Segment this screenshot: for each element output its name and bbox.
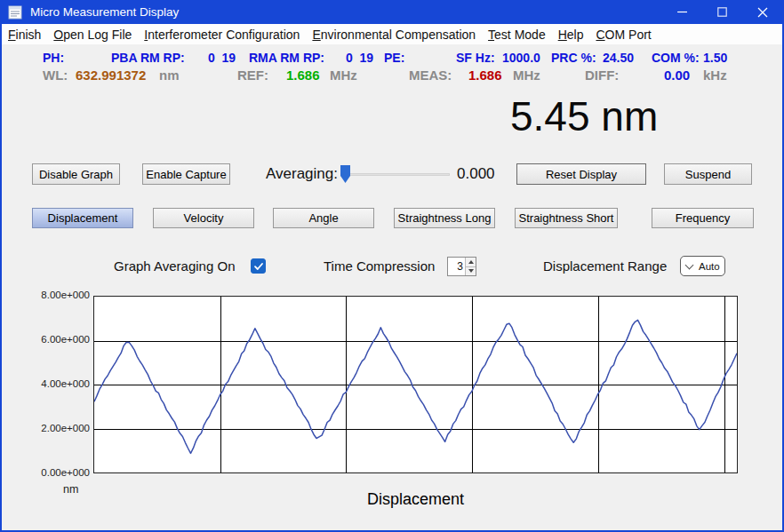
ytick-4: 4.00e+000 [25, 378, 90, 390]
maximize-button[interactable] [702, 0, 742, 24]
pe-label: PE: [384, 51, 404, 65]
y-axis-unit-label: nm [63, 483, 78, 496]
graph-averaging-checkbox[interactable] [251, 258, 266, 274]
prc-label: PRC %: [551, 51, 596, 65]
displacement-range-dropdown[interactable]: Auto [680, 256, 725, 276]
displacement-chart [93, 296, 738, 473]
wl-label: WL: [43, 67, 68, 83]
checkmark-icon [253, 261, 264, 272]
disable-graph-button[interactable]: Disable Graph [32, 163, 120, 185]
time-compression-spinner[interactable]: 3 [447, 257, 476, 276]
meas-unit: MHz [513, 67, 540, 83]
meas-label: MEAS: [409, 67, 452, 83]
rma-rm-rp-value: 0 19 [346, 51, 373, 65]
chevron-down-icon [468, 269, 474, 273]
ytick-8: 8.00e+000 [25, 290, 90, 301]
ytick-0: 0.00e+000 [25, 467, 90, 479]
displacement-range-label: Displacement Range [543, 258, 667, 274]
tab-straightness-long[interactable]: Straightness Long [394, 208, 495, 228]
tab-angle[interactable]: Angle [273, 208, 374, 228]
ref-label: REF: [237, 67, 268, 83]
document-icon [8, 5, 22, 20]
close-icon [757, 7, 768, 18]
pba-rm-rp-value: 0 19 [208, 51, 236, 65]
menu-item-help[interactable]: Help [552, 24, 590, 44]
menu-item-interferometer-configuration[interactable]: Interferometer Configuration [138, 24, 306, 44]
minimize-button[interactable] [662, 0, 702, 24]
window-title: Micro Measurement Display [30, 5, 179, 19]
slider-track[interactable] [342, 173, 450, 176]
menu-item-finish[interactable]: Finish [2, 24, 47, 44]
measurement-readout: 5.45 nm [510, 92, 658, 140]
averaging-label: Averaging: [266, 165, 338, 183]
spin-up-button[interactable] [466, 258, 476, 266]
chevron-up-icon [468, 260, 474, 264]
rma-rm-rp-label: RMA RM RP: [249, 51, 324, 65]
chevron-down-icon [685, 260, 694, 269]
minimize-icon [677, 7, 687, 17]
tab-displacement[interactable]: Displacement [32, 208, 133, 228]
time-compression-label: Time Compression [324, 258, 435, 274]
diff-value: 0.00 [664, 67, 690, 83]
menu-item-test-mode[interactable]: Test Mode [482, 24, 552, 44]
averaging-slider[interactable] [340, 164, 452, 184]
maximize-icon [717, 7, 727, 17]
ytick-2: 2.00e+000 [25, 423, 90, 434]
waveform-plot [94, 297, 737, 472]
diff-label: DIFF: [585, 67, 619, 83]
ref-unit: MHz [330, 67, 357, 83]
ref-value: 1.686 [286, 67, 320, 83]
slider-thumb[interactable] [340, 165, 350, 183]
prc-value: 24.50 [603, 51, 634, 65]
menu-item-com-port[interactable]: COM Port [589, 24, 657, 44]
spin-down-button[interactable] [466, 266, 476, 276]
tab-straightness-short[interactable]: Straightness Short [515, 208, 618, 228]
com-value: 1.50 [703, 51, 727, 65]
status-panel: PH: PBA RM RP: 0 19 RMA RM RP: 0 19 PE: … [0, 44, 784, 93]
time-compression-value[interactable]: 3 [448, 258, 465, 275]
displacement-range-value: Auto [699, 261, 720, 272]
suspend-button[interactable]: Suspend [664, 163, 752, 185]
wl-unit: nm [159, 67, 180, 83]
ytick-6: 6.00e+000 [25, 334, 90, 345]
menu-bar: Finish Open Log File Interferometer Conf… [0, 24, 784, 44]
close-button[interactable] [742, 0, 782, 24]
reset-display-button[interactable]: Reset Display [516, 163, 646, 185]
tab-frequency[interactable]: Frequency [652, 208, 754, 228]
tab-velocity[interactable]: Velocity [153, 208, 254, 228]
sf-hz-value: 1000.0 [502, 51, 540, 65]
menu-item-environmental-compensation[interactable]: Environmental Compensation [306, 24, 482, 44]
graph-averaging-label: Graph Averaging On [114, 258, 235, 274]
wl-value: 632.991372 [76, 67, 146, 83]
meas-value: 1.686 [468, 67, 502, 83]
pba-rm-rp-label: PBA RM RP: [111, 51, 185, 65]
app-window: Micro Measurement Display Finish Open Lo… [0, 0, 784, 532]
title-bar[interactable]: Micro Measurement Display [0, 0, 784, 24]
diff-unit: kHz [703, 67, 727, 83]
ph-label: PH: [43, 51, 64, 65]
chart-title: Displacement [93, 490, 738, 509]
menu-item-open-log-file[interactable]: Open Log File [47, 24, 138, 44]
averaging-value: 0.000 [457, 165, 495, 183]
com-label: COM %: [652, 51, 700, 65]
enable-capture-button[interactable]: Enable Capture [142, 163, 230, 185]
sf-hz-label: SF Hz: [456, 51, 495, 65]
